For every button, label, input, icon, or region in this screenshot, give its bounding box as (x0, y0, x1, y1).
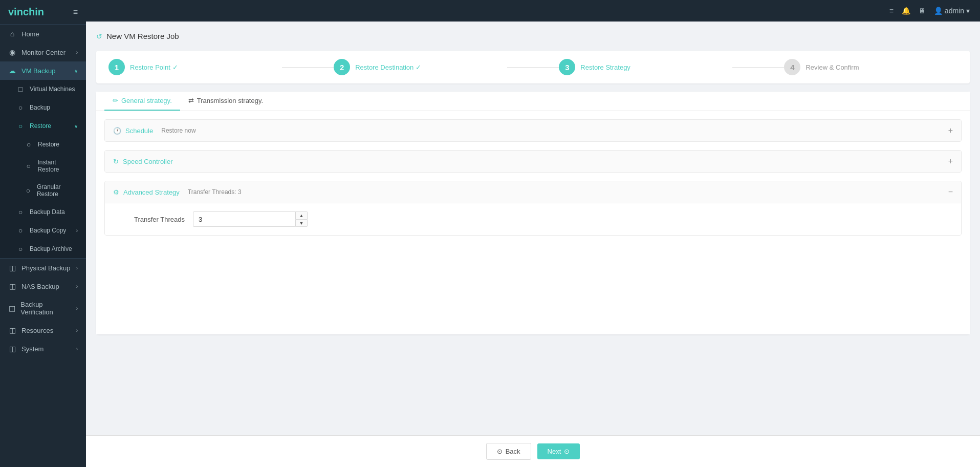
next-button[interactable]: Next ⊙ (537, 443, 580, 459)
transmission-tab-icon: ⇄ (188, 97, 194, 104)
wizard-divider-1 (282, 67, 334, 68)
sidebar-label-resources: Resources (21, 327, 53, 334)
sidebar-item-backup-archive[interactable]: ○ Backup Archive (0, 240, 86, 258)
user-menu[interactable]: 👤 admin ▾ (934, 7, 970, 15)
backup-verification-arrow: › (76, 306, 78, 311)
wizard-step-2[interactable]: 2 Restore Destination ✓ (334, 59, 507, 75)
user-dropdown-arrow: ▾ (966, 7, 970, 15)
physical-arrow: › (76, 265, 78, 271)
nas-arrow: › (76, 284, 78, 289)
general-tab-icon: ✏ (113, 97, 118, 104)
system-icon: ◫ (8, 345, 16, 353)
sidebar-item-physical-backup[interactable]: ◫ Physical Backup › (0, 259, 86, 277)
step2-num: 2 (334, 59, 350, 75)
speed-controller-header[interactable]: ↻ Speed Controller + (105, 151, 961, 172)
backup-archive-icon: ○ (16, 245, 25, 253)
schedule-panel: 🕐 Schedule Restore now + (104, 119, 962, 142)
speed-controller-expand-icon[interactable]: + (948, 157, 953, 166)
schedule-header[interactable]: 🕐 Schedule Restore now + (105, 120, 961, 141)
wizard-divider-2 (507, 67, 559, 68)
sidebar-item-backup[interactable]: ○ Backup (0, 98, 86, 117)
sidebar-item-home[interactable]: ⌂ Home (0, 25, 86, 43)
transmission-tab-label: Transmission strategy. (197, 97, 263, 104)
footer: ⊙ Back Next ⊙ (86, 435, 980, 467)
back-button[interactable]: ⊙ Back (486, 443, 531, 460)
back-icon: ⊙ (497, 448, 503, 455)
strategy-content: 🕐 Schedule Restore now + ↻ Speed Control… (96, 119, 970, 334)
wizard-steps: 1 Restore Point ✓ 2 Restore Destination … (96, 51, 970, 83)
advanced-strategy-header[interactable]: ⚙ Advanced Strategy Transfer Threads: 3 … (105, 181, 961, 203)
sidebar-item-nas-backup[interactable]: ◫ NAS Backup › (0, 277, 86, 295)
sidebar-item-virtual-machines[interactable]: □ Virtual Machines (0, 80, 86, 98)
step1-label: Restore Point ✓ (130, 63, 178, 71)
step1-num: 1 (108, 59, 125, 75)
wizard-step-1[interactable]: 1 Restore Point ✓ (108, 59, 282, 75)
home-icon: ⌂ (8, 30, 16, 38)
transfer-threads-up[interactable]: ▲ (295, 211, 308, 219)
monitor-center-icon: ◉ (8, 48, 16, 56)
transfer-threads-input[interactable] (193, 211, 295, 227)
speed-controller-icon: ↻ (113, 158, 119, 165)
sidebar-label-backup-data: Backup Data (30, 208, 65, 216)
strategy-panel: ✏ General strategy. ⇄ Transmission strat… (96, 92, 970, 334)
granular-restore-icon: ○ (25, 186, 32, 195)
tab-general[interactable]: ✏ General strategy. (104, 92, 180, 111)
transfer-threads-spinner: ▲ ▼ (295, 211, 308, 227)
sidebar-section-physical: ◫ Physical Backup › ◫ NAS Backup › ◫ Bac… (0, 258, 86, 358)
sidebar-item-monitor-center[interactable]: ◉ Monitor Center › (0, 43, 86, 61)
step4-label: Review & Confirm (805, 63, 859, 71)
speed-controller-panel: ↻ Speed Controller + (104, 150, 962, 173)
sidebar-label-vm-backup: VM Backup (21, 67, 55, 75)
sidebar-label-home: Home (21, 30, 39, 38)
page-title: New VM Restore Job (106, 32, 179, 40)
sidebar-item-system[interactable]: ◫ System › (0, 339, 86, 358)
schedule-subtitle: Restore now (161, 127, 195, 134)
page-header: ↺ New VM Restore Job (96, 32, 970, 40)
user-icon: 👤 (934, 7, 943, 15)
monitor-icon[interactable]: 🖥 (919, 7, 926, 15)
advanced-strategy-collapse-icon[interactable]: − (948, 187, 953, 197)
sidebar-item-restore-sub[interactable]: ○ Restore (0, 135, 86, 154)
sidebar-item-instant-restore[interactable]: ○ Instant Restore (0, 154, 86, 178)
transfer-threads-control: ▲ ▼ (193, 211, 308, 227)
wizard-step-3[interactable]: 3 Restore Strategy (559, 59, 732, 75)
vm-backup-submenu: □ Virtual Machines ○ Backup ○ Restore ∨ … (0, 80, 86, 258)
advanced-strategy-title: Advanced Strategy (123, 188, 180, 196)
logo-text: vinchin (8, 6, 44, 18)
sidebar-label-physical-backup: Physical Backup (21, 264, 70, 272)
step2-label: Restore Destination ✓ (355, 63, 421, 71)
sidebar-item-backup-copy[interactable]: ○ Backup Copy › (0, 221, 86, 240)
sidebar-label-granular-restore: Granular Restore (37, 183, 78, 198)
restore-sub-icon: ○ (25, 140, 33, 148)
sidebar-label-backup: Backup (30, 104, 50, 111)
sidebar-item-vm-backup[interactable]: ☁ VM Backup ∨ (0, 61, 86, 80)
sidebar-item-backup-data[interactable]: ○ Backup Data (0, 203, 86, 221)
tab-transmission[interactable]: ⇄ Transmission strategy. (180, 92, 271, 111)
speed-controller-title: Speed Controller (123, 158, 173, 165)
username: admin (945, 7, 964, 15)
backup-verification-icon: ◫ (8, 304, 15, 312)
schedule-expand-icon[interactable]: + (948, 126, 953, 135)
restore-submenu: ○ Restore ○ Instant Restore ○ Granular R… (0, 135, 86, 203)
transfer-threads-down[interactable]: ▼ (295, 219, 308, 227)
vm-icon: □ (16, 85, 25, 93)
advanced-strategy-body: Transfer Threads ▲ ▼ (105, 203, 961, 235)
backup-icon: ○ (16, 103, 25, 112)
tab-bar: ✏ General strategy. ⇄ Transmission strat… (96, 92, 970, 111)
advanced-strategy-subtitle: Transfer Threads: 3 (188, 188, 242, 196)
transfer-threads-row: Transfer Threads ▲ ▼ (113, 211, 953, 227)
wizard-step-4[interactable]: 4 Review & Confirm (784, 59, 957, 75)
content-area: ↺ New VM Restore Job 1 Restore Point ✓ 2… (86, 22, 980, 435)
sidebar-item-resources[interactable]: ◫ Resources › (0, 321, 86, 339)
list-icon[interactable]: ≡ (889, 7, 894, 15)
hamburger-icon[interactable]: ≡ (73, 8, 78, 17)
sidebar-label-instant-restore: Instant Restore (37, 159, 78, 173)
backup-copy-arrow: › (76, 228, 78, 234)
sidebar-item-backup-verification[interactable]: ◫ Backup Verification › (0, 295, 86, 321)
bell-icon[interactable]: 🔔 (902, 7, 910, 15)
step3-label: Restore Strategy (580, 63, 630, 71)
sidebar-item-granular-restore[interactable]: ○ Granular Restore (0, 178, 86, 203)
restore-arrow: ∨ (74, 123, 78, 129)
back-label: Back (506, 448, 520, 455)
sidebar-item-restore[interactable]: ○ Restore ∨ (0, 117, 86, 135)
